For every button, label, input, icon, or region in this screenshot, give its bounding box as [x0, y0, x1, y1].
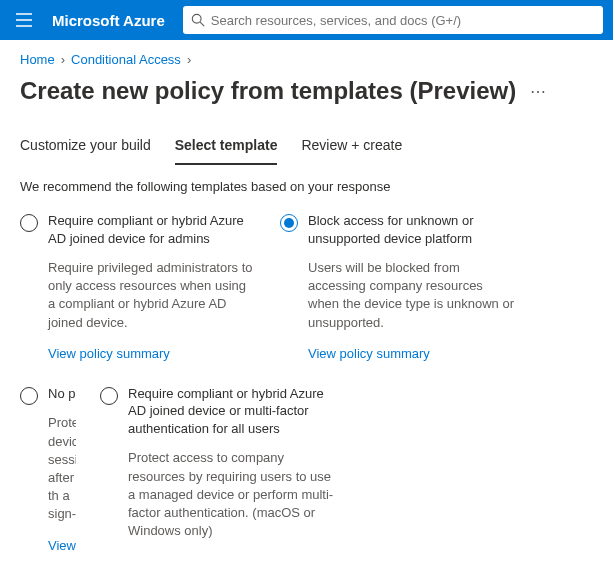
- svg-line-1: [200, 22, 204, 26]
- template-title: Require compliant or hybrid Azure AD joi…: [128, 385, 336, 438]
- template-desc: Require privileged administrators to onl…: [48, 259, 256, 332]
- chevron-right-icon: ›: [61, 52, 65, 67]
- template-radio[interactable]: [280, 214, 298, 232]
- template-desc: Protect devices session after th a sign-: [48, 414, 76, 523]
- page-title: Create new policy from templates (Previe…: [20, 77, 516, 105]
- template-radio[interactable]: [20, 387, 38, 405]
- tabs: Customize your build Select template Rev…: [0, 129, 613, 165]
- template-radio[interactable]: [20, 214, 38, 232]
- view-policy-summary-link[interactable]: View policy summary: [48, 346, 170, 361]
- template-title: Block access for unknown or unsupported …: [308, 212, 516, 247]
- search-box-wrap[interactable]: [183, 6, 603, 34]
- breadcrumb-conditional-access[interactable]: Conditional Access: [71, 52, 181, 67]
- page-title-row: Create new policy from templates (Previe…: [0, 73, 613, 129]
- template-card: Require compliant or hybrid Azure AD joi…: [100, 385, 360, 569]
- top-bar: Microsoft Azure: [0, 0, 613, 40]
- recommend-text: We recommend the following templates bas…: [0, 165, 613, 212]
- template-grid: Require compliant or hybrid Azure AD joi…: [0, 212, 613, 569]
- more-actions-icon[interactable]: ⋯: [530, 82, 548, 101]
- template-radio[interactable]: [100, 387, 118, 405]
- template-desc: Protect access to company resources by r…: [128, 449, 336, 540]
- tab-select-template[interactable]: Select template: [175, 129, 278, 165]
- brand-label[interactable]: Microsoft Azure: [52, 12, 165, 29]
- search-input[interactable]: [211, 13, 595, 28]
- template-card: Require compliant or hybrid Azure AD joi…: [20, 212, 280, 361]
- breadcrumb-home[interactable]: Home: [20, 52, 55, 67]
- tab-customize-build[interactable]: Customize your build: [20, 129, 151, 165]
- template-card: No per Protect devices session after th …: [20, 385, 100, 569]
- view-policy-summary-link[interactable]: View p: [48, 538, 76, 553]
- svg-point-0: [192, 14, 201, 23]
- template-title: Require compliant or hybrid Azure AD joi…: [48, 212, 256, 247]
- breadcrumb: Home › Conditional Access ›: [0, 40, 613, 73]
- template-desc: Users will be blocked from accessing com…: [308, 259, 516, 332]
- template-title: No per: [48, 385, 76, 403]
- tab-review-create[interactable]: Review + create: [301, 129, 402, 165]
- template-card: Block access for unknown or unsupported …: [280, 212, 540, 361]
- hamburger-menu-icon[interactable]: [10, 6, 38, 34]
- view-policy-summary-link[interactable]: View policy summary: [308, 346, 430, 361]
- chevron-right-icon: ›: [187, 52, 191, 67]
- search-icon: [191, 13, 205, 27]
